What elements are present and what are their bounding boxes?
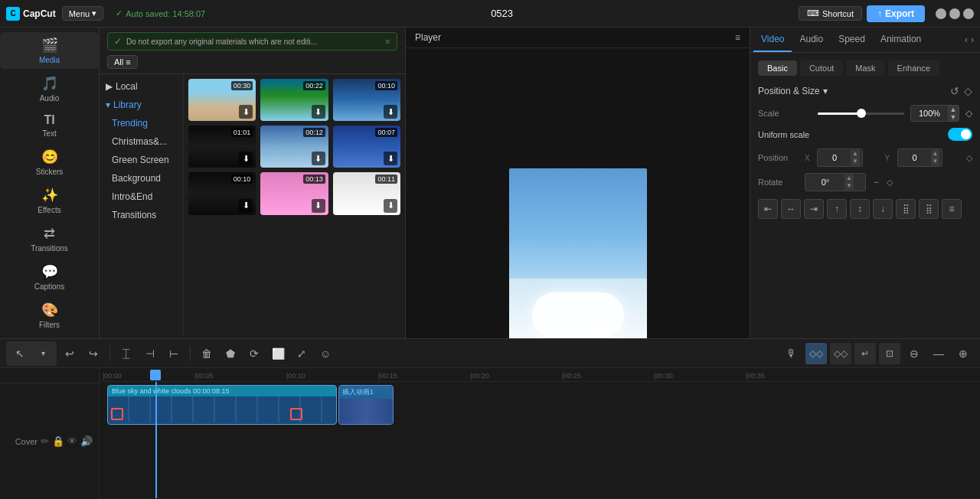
tab-speed[interactable]: Speed: [831, 28, 873, 52]
subtab-mask[interactable]: Mask: [846, 60, 884, 76]
close-button[interactable]: ×: [963, 8, 974, 19]
x-decrement[interactable]: ▼: [851, 158, 860, 165]
more-btn[interactable]: ⊡: [879, 343, 900, 364]
subtab-enhance[interactable]: Enhance: [888, 60, 939, 76]
align-center-h[interactable]: ↔: [781, 199, 801, 219]
scale-slider[interactable]: [818, 113, 904, 115]
main-clip[interactable]: Blue sky and white clouds 00:00:08:15: [107, 385, 337, 425]
zoom-minus[interactable]: ⊖: [903, 343, 925, 364]
download-icon[interactable]: ⬇: [312, 152, 325, 165]
media-item[interactable]: 00:12 ⬇: [260, 126, 328, 168]
add-audio[interactable]: ◇◇: [830, 343, 851, 364]
sticker-button[interactable]: ☺: [315, 343, 336, 364]
sidebar-item-transitions[interactable]: Transitions: [100, 206, 183, 224]
shape-button[interactable]: ⬟: [220, 343, 241, 364]
scale-keyframe[interactable]: ◇: [965, 108, 972, 119]
rotate-input-box[interactable]: ▲ ▼: [805, 173, 866, 191]
scale-input[interactable]: [911, 107, 948, 119]
media-item[interactable]: 00:10 ⬇: [188, 172, 256, 214]
y-increment[interactable]: ▲: [931, 150, 940, 158]
align-more[interactable]: ≡: [942, 199, 962, 219]
subtab-cutout[interactable]: Cutout: [800, 60, 843, 76]
y-input[interactable]: [900, 153, 929, 162]
rotate-keyframe[interactable]: ◇: [887, 178, 893, 188]
media-item[interactable]: 00:22 ⬇: [260, 79, 328, 121]
sidebar-item-christmas[interactable]: Christmas&...: [100, 132, 183, 151]
keyframe-end[interactable]: [290, 408, 302, 420]
tool-filters[interactable]: 🎨 Filters: [0, 297, 99, 334]
delete-button[interactable]: 🗑: [196, 343, 217, 364]
tool-captions[interactable]: 💬 Captions: [0, 259, 99, 295]
tab-audio[interactable]: Audio: [792, 28, 831, 52]
redo-button[interactable]: ↪: [83, 343, 104, 364]
download-icon[interactable]: ⬇: [384, 152, 397, 165]
audio-extract[interactable]: ◇◇: [805, 343, 827, 364]
trim-end-button[interactable]: ⊢: [163, 343, 185, 364]
download-icon[interactable]: ⬇: [239, 199, 253, 213]
align-top[interactable]: ↑: [827, 199, 847, 219]
detach-audio[interactable]: ↵: [854, 343, 876, 364]
crop-button[interactable]: ⬜: [267, 343, 289, 364]
loop-button[interactable]: ⟳: [243, 343, 265, 364]
audio-track-icon[interactable]: 🔊: [80, 435, 93, 447]
download-icon[interactable]: ⬇: [312, 105, 325, 119]
trim-start-button[interactable]: ⊣: [139, 343, 161, 364]
tool-text[interactable]: TI Text: [0, 109, 99, 142]
export-button[interactable]: ↑ Export: [867, 5, 925, 22]
filter-all-button[interactable]: All ≡: [107, 55, 138, 69]
notice-close[interactable]: ✕: [384, 38, 390, 46]
secondary-clip[interactable]: 插入动画1: [338, 385, 394, 425]
y-input-box[interactable]: ▲ ▼: [897, 148, 943, 167]
section-collapse-icon[interactable]: ▾: [823, 86, 828, 96]
sidebar-item-background[interactable]: Background: [100, 169, 183, 188]
align-distribute-v[interactable]: ⣿: [919, 199, 939, 219]
sidebar-item-greenscreen[interactable]: Green Screen: [100, 151, 183, 169]
eye-icon[interactable]: 👁: [67, 435, 77, 447]
download-icon[interactable]: ⬇: [239, 152, 253, 165]
scale-slider-thumb[interactable]: [857, 109, 866, 118]
align-left[interactable]: ⇤: [758, 199, 778, 219]
rotate-decrement[interactable]: ▼: [844, 182, 854, 190]
x-input[interactable]: [820, 153, 849, 162]
align-bottom[interactable]: ↓: [873, 199, 893, 219]
cursor-dropdown[interactable]: ▾: [32, 343, 54, 364]
edit-icon[interactable]: ✏: [41, 435, 49, 447]
media-item[interactable]: 01:01 ⬇: [188, 126, 256, 168]
scale-decrement[interactable]: ▼: [948, 113, 959, 121]
align-center-v[interactable]: ↕: [850, 199, 870, 219]
y-decrement[interactable]: ▼: [931, 158, 940, 165]
zoom-plus[interactable]: ⊕: [952, 343, 974, 364]
cursor-tool[interactable]: ↖: [9, 343, 31, 364]
download-icon[interactable]: ⬇: [312, 199, 325, 213]
tab-video[interactable]: Video: [753, 28, 792, 52]
media-item[interactable]: 00:11 ⬇: [333, 172, 400, 214]
sidebar-item-trending[interactable]: Trending: [100, 114, 183, 132]
align-distribute-h[interactable]: ⣿: [896, 199, 916, 219]
media-item[interactable]: 00:07 ⬇: [333, 126, 400, 168]
tool-transitions[interactable]: ⇄ Transitions: [0, 220, 99, 257]
rotate-increment[interactable]: ▲: [844, 174, 854, 182]
scale-value-input[interactable]: ▲ ▼: [910, 105, 959, 122]
tool-stickers[interactable]: 😊 Stickers: [0, 144, 99, 181]
position-keyframe[interactable]: ◇: [966, 153, 972, 163]
sidebar-item-introend[interactable]: Intro&End: [100, 188, 183, 206]
scale-increment[interactable]: ▲: [948, 106, 959, 113]
keyframe-icon[interactable]: ◇: [964, 85, 972, 97]
menu-button[interactable]: Menu ▾: [62, 6, 104, 21]
tool-media[interactable]: 🎬 Media: [0, 32, 99, 69]
x-increment[interactable]: ▲: [851, 150, 860, 158]
transform-button[interactable]: ⤢: [291, 343, 312, 364]
tab-animation[interactable]: Animation: [873, 28, 929, 52]
media-item[interactable]: 00:13 ⬇: [260, 172, 328, 214]
keyframe-start[interactable]: [111, 408, 123, 420]
reset-icon[interactable]: ↺: [950, 85, 959, 97]
zoom-bar[interactable]: —: [928, 343, 949, 364]
lock-icon[interactable]: 🔒: [52, 435, 64, 447]
align-right[interactable]: ⇥: [804, 199, 824, 219]
sidebar-item-library[interactable]: ▾ Library: [100, 96, 183, 114]
minimize-button[interactable]: −: [936, 8, 946, 19]
download-icon[interactable]: ⬇: [239, 105, 253, 119]
playhead-head[interactable]: [150, 370, 161, 380]
download-icon[interactable]: ⬇: [384, 199, 397, 213]
sidebar-item-local[interactable]: ▶ Local: [100, 77, 183, 96]
